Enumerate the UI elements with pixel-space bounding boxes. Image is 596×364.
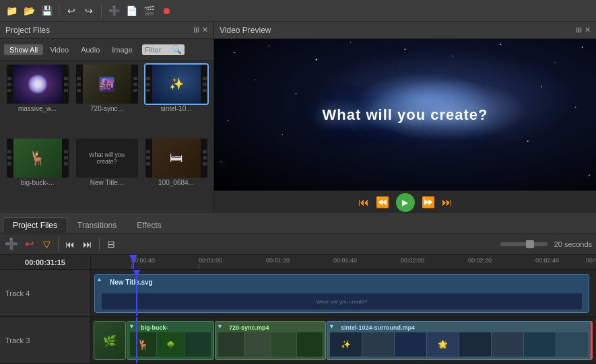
clip-title-svg[interactable]: ▲ New Title.svg What will you create? [94, 274, 589, 313]
goto-end-button[interactable]: ⏭ [442, 196, 453, 209]
film-hole [203, 77, 207, 80]
filter-tab-video[interactable]: Video [44, 44, 74, 55]
media-item-4[interactable]: 🦌 big-buck-... [4, 139, 71, 210]
ruler-label-300: 00:03:00 [586, 257, 596, 264]
media-thumb-5: What will you create? [76, 139, 138, 178]
timeline-ruler: 00:00:40 00:01:00 00:01:20 00:01:40 00:0… [91, 255, 596, 269]
svg-point-5 [452, 55, 453, 57]
film-icon[interactable]: 🎬 [141, 3, 156, 18]
save-icon[interactable]: 💾 [39, 3, 54, 18]
preview-panel: Video Preview ⊞ ✕ [214, 22, 596, 213]
zoom-handle[interactable] [526, 240, 534, 248]
media-thumb-1 [7, 65, 69, 104]
clip-sintel[interactable]: ▼ sintel-1024-surround.mp4 ✨ 🌟 [327, 321, 593, 360]
open-icon[interactable]: 📂 [22, 3, 36, 18]
preview-maximize-icon[interactable]: ⊞ [576, 26, 582, 34]
film-hole [7, 89, 11, 92]
film-holes-left-4 [7, 150, 11, 166]
track-label-4: Track 4 [5, 289, 30, 297]
media-label-2: 720-sync... [76, 105, 138, 112]
jump-end-button[interactable]: ⏭ [80, 237, 95, 252]
film-hole [203, 156, 207, 159]
clip-m[interactable]: 🌿 [94, 321, 126, 360]
panel-close-icon[interactable]: ✕ [202, 26, 208, 34]
tab-effects[interactable]: Effects [127, 217, 171, 233]
film-hole [146, 83, 150, 86]
film-hole [77, 89, 81, 92]
media-thumb-2: 🌆 [76, 65, 138, 104]
tab-transitions[interactable]: Transitions [67, 217, 127, 233]
tab-project-files[interactable]: Project Files [3, 217, 67, 233]
svg-point-6 [500, 44, 501, 45]
tracks-container: Track 4 ▲ New Title.svg What will you cr… [0, 270, 596, 364]
filter-clear-icon[interactable]: 🔍 [172, 45, 182, 54]
film-hole [146, 162, 150, 166]
preview-text: What will you create? [323, 106, 488, 124]
panel-maximize-icon[interactable]: ⊞ [193, 26, 199, 34]
ruler-label-100: 00:01:00 [199, 257, 222, 264]
jump-start-button[interactable]: ⏮ [63, 237, 77, 252]
ruler-label-140: 00:01:40 [333, 257, 357, 264]
media-item-3[interactable]: ✨ sintel-10... [143, 65, 209, 136]
fast-forward-button[interactable]: ⏩ [422, 196, 435, 209]
project-files-title: Project Files [5, 26, 50, 35]
filter-button[interactable]: ▽ [39, 237, 54, 252]
svg-point-10 [295, 93, 296, 94]
media-thumb-3: ✨ [145, 65, 207, 104]
play-button[interactable]: ▶ [396, 193, 415, 212]
redo-icon[interactable]: ↪ [81, 3, 96, 18]
film-strip-3: ✨ [145, 65, 207, 104]
toolbar-separator-2 [101, 4, 102, 17]
filter-tab-audio[interactable]: Audio [75, 44, 105, 55]
preview-close-icon[interactable]: ✕ [585, 26, 591, 34]
media-item-6[interactable]: 🛏 100_0684... [143, 139, 209, 210]
undo-icon[interactable]: ↩ [64, 3, 79, 18]
track-header-4: Track 4 [0, 270, 91, 316]
film-hole [64, 162, 68, 166]
ruler-tick-40 [131, 264, 132, 269]
clip-720-sync[interactable]: ▼ 720-sync.mp4 [215, 321, 326, 360]
timecode-display: 00:00:31:15 [0, 255, 91, 269]
bottom-tabs-bar: Project Files Transitions Effects [0, 213, 596, 233]
media-item-2[interactable]: 🌆 720-sync... [73, 65, 140, 136]
rewind-button[interactable]: ⏪ [376, 196, 389, 209]
tl-separator-2 [99, 238, 100, 251]
new-project-icon[interactable]: 📁 [4, 3, 19, 18]
filter-input[interactable] [145, 46, 172, 54]
svg-point-3 [350, 42, 351, 42]
svg-point-9 [255, 79, 255, 80]
svg-point-12 [227, 120, 228, 121]
media-item-1[interactable]: massive_w... [4, 65, 71, 136]
panel-header-icons: ⊞ ✕ [193, 26, 208, 34]
clip-big-buck[interactable]: ▼ big-buck- 🦌 🌳 [127, 321, 214, 360]
ruler-tick-100 [199, 264, 199, 269]
filter-tab-showall[interactable]: Show All [4, 44, 43, 55]
svg-point-11 [541, 86, 542, 87]
remove-button[interactable]: ↩ [22, 237, 36, 252]
zoom-slider[interactable] [500, 242, 548, 246]
film-hole [146, 156, 150, 159]
add-icon[interactable]: ➕ [106, 3, 121, 18]
film-holes-left-2 [77, 77, 81, 92]
film-hole [133, 89, 137, 92]
track-content-4[interactable]: ▲ New Title.svg What will you create? [91, 270, 596, 316]
svg-point-16 [220, 161, 222, 162]
add-track-button[interactable]: ➕ [4, 237, 19, 252]
svg-point-8 [582, 46, 583, 48]
record-icon[interactable]: ⏺ [159, 3, 174, 18]
track-content-3[interactable]: 🌿 ▼ big-buck- 🦌 🌳 ▼ 720-sync.mp4 [91, 317, 596, 363]
filter-input-wrap[interactable]: 🔍 [142, 44, 185, 55]
film-hole [133, 83, 137, 86]
filter-tab-image[interactable]: Image [106, 44, 138, 55]
film-holes-left-6 [146, 150, 150, 166]
media-item-5[interactable]: What will you create? New Title... [73, 139, 140, 210]
film-hole [7, 156, 11, 159]
goto-start-button[interactable]: ⏮ [358, 196, 369, 209]
document-icon[interactable]: 📄 [124, 3, 139, 18]
media-label-1: massive_w... [7, 105, 69, 112]
svg-point-15 [575, 106, 576, 108]
svg-point-13 [282, 134, 283, 135]
media-label-3: sintel-10... [145, 105, 207, 112]
track-options-button[interactable]: ⊟ [104, 237, 119, 252]
project-files-header: Project Files ⊞ ✕ [0, 22, 213, 39]
